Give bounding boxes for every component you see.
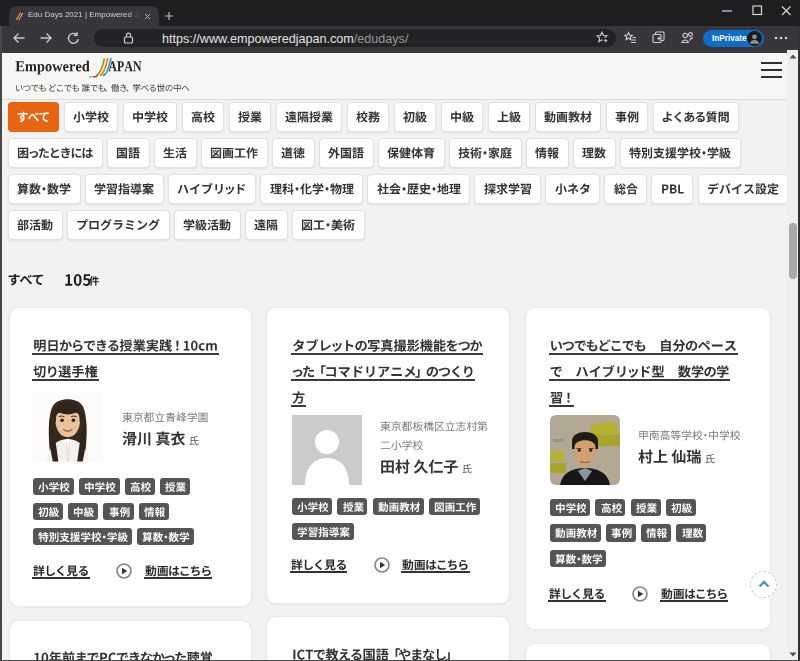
svg-text:osoft: osoft bbox=[553, 437, 564, 443]
